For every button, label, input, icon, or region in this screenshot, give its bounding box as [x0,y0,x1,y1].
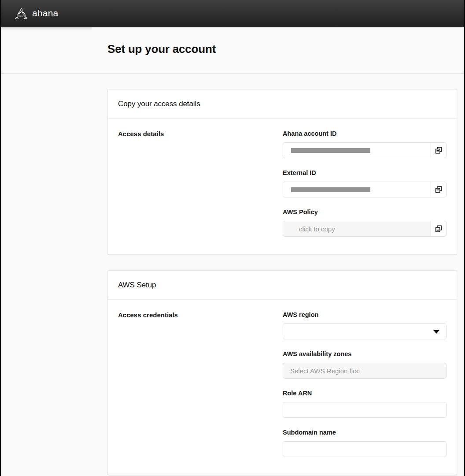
ahana-account-id-value[interactable] [283,143,431,158]
page-title: Set up your account [1,27,464,56]
ahana-logo-icon [15,7,28,20]
field-label: External ID [283,168,447,177]
aws-policy-input-group [283,221,447,237]
copy-icon [435,186,443,193]
aws-availability-zones-input[interactable] [283,363,447,379]
aws-region-select[interactable] [283,324,447,339]
card-title: Copy your access details [118,100,200,108]
section-label-access-credentials: Access credentials [118,310,283,457]
external-id-input-group [283,182,447,197]
field-subdomain-name: Subdomain name [283,428,447,457]
redacted-value-bar [291,187,370,192]
copy-button[interactable] [431,221,446,236]
field-label: AWS region [283,310,447,319]
role-arn-input[interactable] [283,402,447,418]
aws-policy-input[interactable] [291,225,431,233]
copy-icon [435,225,443,233]
field-role-arn: Role ARN [283,389,447,418]
field-label: Role ARN [283,389,447,398]
card-header: Copy your access details [108,89,457,119]
field-ahana-account-id: Ahana account ID [283,129,447,158]
field-label: AWS Policy [283,208,447,216]
ahana-account-id-input-group [283,142,447,158]
aws-policy-click-to-copy[interactable] [283,221,431,236]
copy-button[interactable] [431,182,446,197]
external-id-value[interactable] [283,182,431,197]
copy-button[interactable] [431,143,446,158]
drawer-shadow [1,27,92,31]
subdomain-name-input[interactable] [283,441,447,457]
brand-name: ahana [32,8,58,19]
card-header: AWS Setup [108,271,457,300]
field-label: Subdomain name [283,428,447,437]
card-aws-setup: AWS Setup Access credentials AWS region … [107,270,457,475]
card-access-details: Copy your access details Access details … [107,89,457,255]
field-external-id: External ID [283,168,447,197]
section-label-access-details: Access details [118,129,283,247]
app-window: ahana Set up your account Copy your acce… [0,0,465,476]
field-label: AWS availability zones [283,350,447,358]
page-header: Set up your account [1,27,464,74]
brand-logo[interactable]: ahana [15,7,58,20]
field-aws-policy: AWS Policy [283,208,447,237]
field-aws-availability-zones: AWS availability zones [283,350,447,379]
main-content: Copy your access details Access details … [1,74,464,475]
redacted-value-bar [291,148,370,153]
top-nav-bar: ahana [1,0,464,27]
card-title: AWS Setup [118,281,156,290]
field-aws-region: AWS region [283,310,447,339]
copy-icon [435,146,443,154]
field-label: Ahana account ID [283,129,447,138]
caret-down-icon [433,330,439,334]
